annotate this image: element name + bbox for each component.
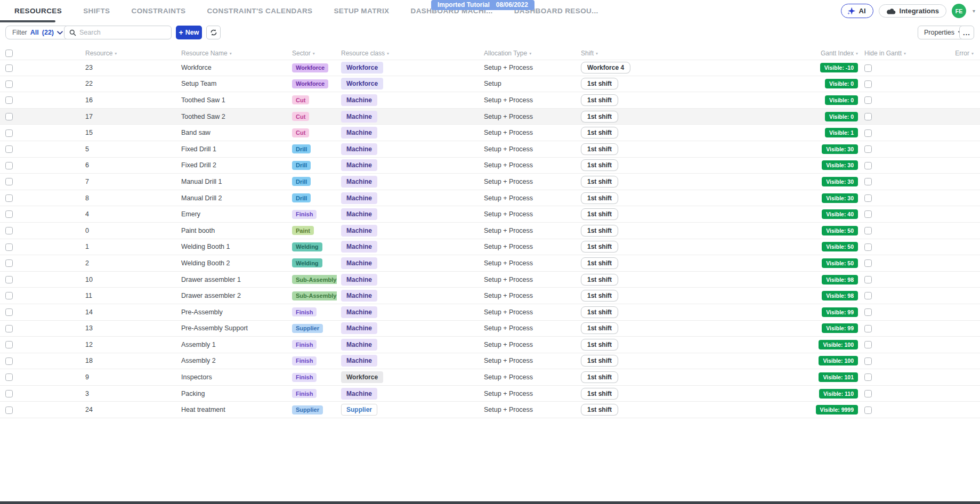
- shift-button[interactable]: 1st shift: [581, 94, 618, 106]
- table-row[interactable]: 16Toothed Saw 1CutMachineSetup + Process…: [0, 92, 980, 109]
- shift-button[interactable]: 1st shift: [581, 225, 618, 237]
- column-header-resource-class[interactable]: Resource class▾: [337, 50, 480, 57]
- shift-button[interactable]: 1st shift: [581, 143, 618, 155]
- shift-button[interactable]: 1st shift: [581, 355, 618, 367]
- table-row[interactable]: 8Manual Drill 2DrillMachineSetup + Proce…: [0, 190, 980, 207]
- row-checkbox[interactable]: [5, 227, 13, 234]
- shift-button[interactable]: 1st shift: [581, 127, 618, 139]
- shift-button[interactable]: Workforce 4: [581, 62, 630, 74]
- hide-in-gantt-checkbox[interactable]: [864, 96, 872, 104]
- row-checkbox[interactable]: [5, 276, 13, 283]
- hide-in-gantt-checkbox[interactable]: [864, 80, 872, 88]
- row-checkbox[interactable]: [5, 308, 13, 316]
- hide-in-gantt-checkbox[interactable]: [864, 129, 872, 137]
- hide-in-gantt-checkbox[interactable]: [864, 276, 872, 283]
- shift-button[interactable]: 1st shift: [581, 257, 618, 269]
- hide-in-gantt-checkbox[interactable]: [864, 292, 872, 299]
- hide-in-gantt-checkbox[interactable]: [864, 227, 872, 234]
- avatar[interactable]: FE: [952, 4, 966, 18]
- row-checkbox[interactable]: [5, 373, 13, 381]
- shift-button[interactable]: 1st shift: [581, 290, 618, 302]
- shift-button[interactable]: 1st shift: [581, 404, 618, 416]
- row-checkbox[interactable]: [5, 390, 13, 397]
- row-checkbox[interactable]: [5, 113, 13, 120]
- table-row[interactable]: 18Assembly 2FinishMachineSetup + Process…: [0, 353, 980, 370]
- row-checkbox[interactable]: [5, 64, 13, 72]
- row-checkbox[interactable]: [5, 129, 13, 137]
- more-options-button[interactable]: ...: [959, 26, 974, 39]
- row-checkbox[interactable]: [5, 407, 13, 414]
- row-checkbox[interactable]: [5, 96, 13, 104]
- column-header-sector[interactable]: Sector▾: [288, 50, 337, 57]
- shift-button[interactable]: 1st shift: [581, 388, 618, 400]
- table-row[interactable]: 6Fixed Drill 2DrillMachineSetup + Proces…: [0, 158, 980, 174]
- shift-button[interactable]: 1st shift: [581, 241, 618, 253]
- table-row[interactable]: 10Drawer assembler 1Sub-AssemblyMachineS…: [0, 272, 980, 288]
- shift-button[interactable]: 1st shift: [581, 176, 618, 188]
- hide-in-gantt-checkbox[interactable]: [864, 259, 872, 267]
- new-button[interactable]: + New: [176, 26, 202, 39]
- column-header-shift[interactable]: Shift▾: [577, 50, 775, 57]
- column-header-error[interactable]: Error▾: [913, 50, 980, 57]
- row-checkbox[interactable]: [5, 292, 13, 299]
- column-header-resource[interactable]: Resource▾: [49, 50, 145, 57]
- refresh-button[interactable]: [206, 26, 221, 39]
- tab-setup-matrix[interactable]: SETUP MATRIX: [334, 7, 389, 15]
- table-row[interactable]: 13Pre-Assembly SupportSupplierMachineSet…: [0, 321, 980, 337]
- shift-button[interactable]: 1st shift: [581, 274, 618, 286]
- row-checkbox[interactable]: [5, 341, 13, 348]
- shift-button[interactable]: 1st shift: [581, 78, 618, 90]
- table-row[interactable]: 2Welding Booth 2WeldingMachineSetup + Pr…: [0, 255, 980, 272]
- row-checkbox[interactable]: [5, 325, 13, 332]
- tab-resources[interactable]: RESOURCES: [14, 7, 62, 15]
- shift-button[interactable]: 1st shift: [581, 159, 618, 171]
- row-checkbox[interactable]: [5, 178, 13, 185]
- hide-in-gantt-checkbox[interactable]: [864, 64, 872, 72]
- shift-button[interactable]: 1st shift: [581, 322, 618, 334]
- table-row[interactable]: 11Drawer assembler 2Sub-AssemblyMachineS…: [0, 288, 980, 304]
- shift-button[interactable]: 1st shift: [581, 306, 618, 318]
- hide-in-gantt-checkbox[interactable]: [864, 341, 872, 348]
- table-row[interactable]: 5Fixed Drill 1DrillMachineSetup + Proces…: [0, 141, 980, 158]
- row-checkbox[interactable]: [5, 243, 13, 251]
- table-row[interactable]: 12Assembly 1FinishMachineSetup + Process…: [0, 337, 980, 353]
- hide-in-gantt-checkbox[interactable]: [864, 373, 872, 381]
- table-row[interactable]: 3PackingFinishMachineSetup + Process1st …: [0, 386, 980, 402]
- table-row[interactable]: 22Setup TeamWorkforceWorkforceSetup1st s…: [0, 76, 980, 93]
- shift-button[interactable]: 1st shift: [581, 208, 618, 220]
- shift-button[interactable]: 1st shift: [581, 371, 618, 383]
- hide-in-gantt-checkbox[interactable]: [864, 390, 872, 397]
- hide-in-gantt-checkbox[interactable]: [864, 113, 872, 120]
- hide-in-gantt-checkbox[interactable]: [864, 162, 872, 169]
- row-checkbox[interactable]: [5, 145, 13, 153]
- row-checkbox[interactable]: [5, 259, 13, 267]
- filter-dropdown[interactable]: Filter All (22): [5, 26, 70, 39]
- table-row[interactable]: 4EmeryFinishMachineSetup + Process1st sh…: [0, 206, 980, 223]
- table-row[interactable]: 9InspectorsFinishWorkforceSetup + Proces…: [0, 369, 980, 386]
- hide-in-gantt-checkbox[interactable]: [864, 325, 872, 332]
- table-row[interactable]: 7Manual Drill 1DrillMachineSetup + Proce…: [0, 174, 980, 190]
- tab-shifts[interactable]: SHIFTS: [83, 7, 110, 15]
- integrations-button[interactable]: Integrations: [879, 4, 946, 18]
- hide-in-gantt-checkbox[interactable]: [864, 178, 872, 185]
- table-row[interactable]: 17Toothed Saw 2CutMachineSetup + Process…: [0, 109, 980, 125]
- hide-in-gantt-checkbox[interactable]: [864, 243, 872, 251]
- search-input[interactable]: [79, 29, 166, 36]
- shift-button[interactable]: 1st shift: [581, 111, 618, 123]
- table-row[interactable]: 24Heat treatmentSupplierSupplierSetup + …: [0, 402, 980, 418]
- row-checkbox[interactable]: [5, 194, 13, 202]
- row-checkbox[interactable]: [5, 80, 13, 88]
- shift-button[interactable]: 1st shift: [581, 192, 618, 204]
- avatar-caret-icon[interactable]: ▾: [973, 8, 975, 14]
- row-checkbox[interactable]: [5, 162, 13, 169]
- hide-in-gantt-checkbox[interactable]: [864, 357, 872, 365]
- column-header-allocation-type[interactable]: Allocation Type▾: [480, 50, 577, 57]
- tab-constraints[interactable]: CONSTRAINTS: [132, 7, 186, 15]
- hide-in-gantt-checkbox[interactable]: [864, 407, 872, 414]
- select-all-checkbox[interactable]: [5, 50, 13, 57]
- column-header-gantt-index[interactable]: Gantt Index▾: [775, 50, 860, 57]
- table-row[interactable]: 15Band sawCutMachineSetup + Process1st s…: [0, 125, 980, 141]
- row-checkbox[interactable]: [5, 210, 13, 218]
- tab-constraint-s-calendars[interactable]: CONSTRAINT'S CALENDARS: [207, 7, 312, 15]
- column-header-hide-in-gantt[interactable]: Hide in Gantt▾: [860, 50, 913, 57]
